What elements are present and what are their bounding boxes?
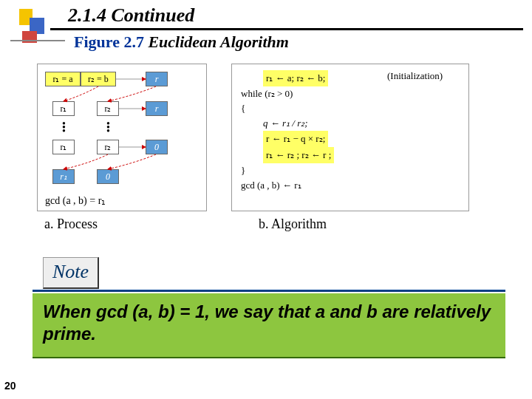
figure-body: r₁ = a r₂ = b r r₁ r₂ r ••• ••• r₁ r₂ 0 … xyxy=(37,59,495,236)
figure-label: Figure 2.7 xyxy=(74,33,144,51)
gcd-result: gcd (a , b) = r₁ xyxy=(45,194,106,207)
code-init: r₁ ← a; r₂ ← b; xyxy=(263,70,328,86)
corner-logo-icon xyxy=(19,9,44,43)
figure-name: Euclidean Algorithm xyxy=(148,33,289,51)
code-close: } xyxy=(241,163,334,178)
init-label: (Initialization) xyxy=(387,70,443,82)
code-swap: r₁ ← r₂ ; r₂ ← r ; xyxy=(263,147,334,163)
page-number: 20 xyxy=(4,380,16,392)
section-heading: 2.1.4 Continued xyxy=(68,4,194,27)
note-box: Note xyxy=(43,257,99,289)
code-gcd: gcd (a , b) ← r₁ xyxy=(241,178,334,193)
code-open: { xyxy=(241,101,334,116)
slide: 2.1.4 Continued Figure 2.7 Euclidean Alg… xyxy=(0,0,532,399)
panel-process: r₁ = a r₂ = b r r₁ r₂ r ••• ••• r₁ r₂ 0 … xyxy=(37,64,207,211)
panel-algorithm: r₁ ← a; r₂ ← b; while (r₂ > 0) { q ← r₁ … xyxy=(231,64,469,211)
process-arrows xyxy=(38,64,208,212)
caption-algorithm: b. Algorithm xyxy=(259,216,327,232)
code-while: while (r₂ > 0) xyxy=(241,86,334,101)
title-underline xyxy=(50,28,523,30)
statement-text: When gcd (a, b) = 1, we say that a and b… xyxy=(43,301,495,345)
figure-title: Figure 2.7 Euclidean Algorithm xyxy=(74,33,289,52)
code-r: r ← r₁ − q × r₂; xyxy=(263,131,328,147)
blue-separator xyxy=(33,290,505,292)
caption-process: a. Process xyxy=(44,216,98,232)
code-q: q ← r₁ / r₂; xyxy=(263,116,334,131)
pseudocode: r₁ ← a; r₂ ← b; while (r₂ > 0) { q ← r₁ … xyxy=(241,70,334,193)
highlight-block: When gcd (a, b) = 1, we say that a and b… xyxy=(33,293,505,358)
title-midline xyxy=(10,40,65,41)
